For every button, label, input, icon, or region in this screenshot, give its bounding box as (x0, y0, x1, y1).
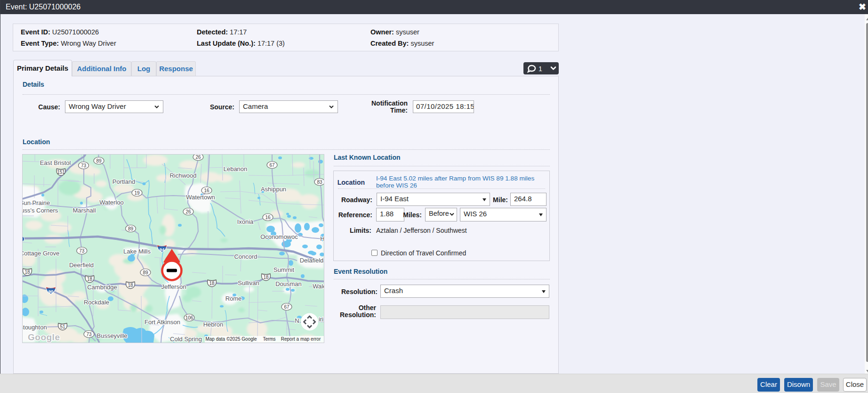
svg-text:H: H (320, 235, 324, 242)
svg-text:83: 83 (317, 180, 322, 185)
svg-text:Rome: Rome (225, 295, 242, 302)
svg-text:Ashippun: Ashippun (261, 186, 286, 193)
svg-text:Oconomowoc: Oconomowoc (260, 233, 298, 240)
svg-text:Richwood: Richwood (169, 172, 196, 179)
svg-text:Marshall: Marshall (72, 207, 96, 214)
svg-text:18: 18 (263, 275, 269, 280)
svg-text:73: 73 (81, 163, 87, 168)
svg-text:89: 89 (143, 270, 148, 275)
svg-text:Cold Spring: Cold Spring (170, 336, 202, 343)
svg-text:Dousman: Dousman (275, 280, 302, 287)
svg-text:Cambridge: Cambridge (87, 284, 117, 291)
svg-text:N: N (295, 317, 299, 324)
svg-text:iri: iri (319, 316, 323, 323)
svg-text:18: 18 (209, 281, 215, 286)
svg-text:51: 51 (60, 324, 65, 329)
svg-text:Watertown: Watertown (186, 194, 215, 201)
svg-text:Cottage Grove: Cottage Grove (23, 250, 59, 257)
svg-text:Deerfield: Deerfield (69, 262, 94, 269)
svg-text:90: 90 (48, 289, 54, 294)
svg-text:Stoughton: Stoughton (23, 324, 47, 331)
svg-text:Waterloo: Waterloo (99, 199, 124, 206)
svg-text:Map data ©2025 Google: Map data ©2025 Google (205, 336, 257, 342)
svg-text:19: 19 (134, 190, 140, 196)
svg-text:Sullivan: Sullivan (238, 279, 259, 287)
svg-text:Hebron: Hebron (203, 321, 224, 328)
svg-text:Ixonia: Ixonia (237, 218, 254, 225)
svg-text:89: 89 (128, 226, 134, 231)
svg-text:67: 67 (284, 304, 289, 310)
svg-text:26: 26 (185, 209, 191, 214)
svg-text:94: 94 (160, 247, 165, 252)
svg-text:18: 18 (128, 283, 133, 288)
svg-text:Rockdale: Rockdale (84, 299, 109, 306)
svg-text:67: 67 (269, 163, 275, 168)
svg-text:106: 106 (185, 315, 193, 320)
svg-text:Busseyville: Busseyville (96, 332, 127, 339)
svg-text:Russ's Corners: Russ's Corners (23, 207, 58, 214)
svg-text:26: 26 (195, 155, 201, 160)
svg-text:Summit: Summit (273, 266, 294, 273)
svg-text:16: 16 (265, 215, 271, 220)
svg-text:Sun Prairie: Sun Prairie (23, 199, 50, 206)
svg-text:73: 73 (86, 332, 92, 337)
svg-text:89: 89 (96, 158, 102, 164)
svg-text:16: 16 (204, 188, 209, 193)
svg-text:Delafield: Delafield (300, 257, 324, 264)
svg-text:Terms: Terms (263, 336, 275, 342)
svg-text:East Bristol: East Bristol (40, 159, 71, 166)
svg-text:151: 151 (57, 170, 65, 175)
svg-text:Lebanon: Lebanon (224, 165, 248, 172)
svg-text:73: 73 (79, 248, 85, 254)
svg-text:18: 18 (87, 277, 93, 282)
svg-text:1: 1 (538, 65, 542, 73)
svg-text:Lake Mills: Lake Mills (123, 248, 151, 255)
svg-text:Report a map error: Report a map error (281, 336, 321, 342)
svg-text:Fort Atkinson: Fort Atkinson (145, 319, 180, 326)
svg-text:Google: Google (28, 332, 60, 342)
svg-text:Jefferson: Jefferson (161, 283, 186, 290)
svg-text:Wales: Wales (313, 283, 324, 290)
svg-text:18: 18 (24, 270, 30, 275)
svg-text:Concord: Concord (234, 253, 257, 260)
svg-text:Portland: Portland (113, 178, 135, 185)
